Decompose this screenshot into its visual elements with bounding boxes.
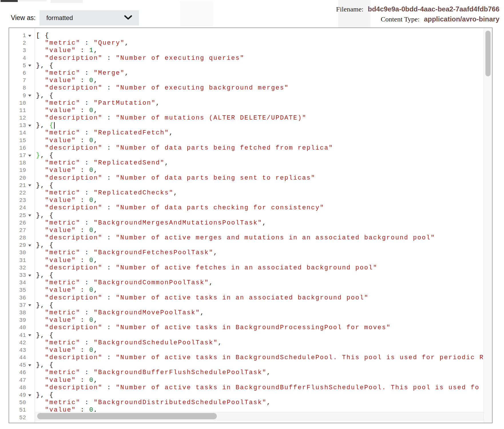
gutter-line: 40	[9, 324, 35, 331]
code-line[interactable]: "metric" : "ReplicatedChecks",	[36, 189, 484, 197]
fold-slot	[26, 249, 33, 257]
vertical-scrollbar[interactable]	[484, 28, 492, 423]
fold-toggle-icon[interactable]	[28, 65, 31, 67]
code-editor[interactable]: 1234567891011121314151617181920212223242…	[9, 27, 493, 423]
fold-toggle-icon[interactable]	[28, 334, 31, 336]
code-line[interactable]: "value" : 0,	[36, 317, 484, 324]
line-number: 53	[19, 422, 26, 423]
code-line[interactable]: }, {	[36, 62, 484, 69]
code-line[interactable]: "description" : "Number of data parts ch…	[36, 204, 484, 212]
code-line[interactable]: "value" : 1,	[36, 47, 484, 54]
code-line[interactable]: "description" : "Number of active merges…	[36, 234, 484, 242]
code-line[interactable]: }, {	[36, 362, 484, 369]
gutter-line: 6	[9, 69, 35, 77]
fold-slot	[26, 399, 33, 406]
code-line[interactable]: "metric" : "PartMutation",	[36, 100, 484, 107]
code-line[interactable]: "description" : "Number of mutations (AL…	[36, 114, 484, 122]
gutter-line: 21	[9, 182, 35, 189]
code-line[interactable]: "value" : 0,	[36, 77, 484, 84]
code-line[interactable]: }, {	[36, 332, 484, 339]
code-line[interactable]	[36, 422, 484, 423]
code-line[interactable]: "description" : "Number of active tasks …	[36, 354, 484, 362]
fold-slot	[26, 107, 33, 114]
code-line[interactable]: "description" : "Number of data parts be…	[36, 174, 484, 182]
code-line[interactable]: "metric" : "BackgroundSchedulePoolTask",	[36, 339, 484, 347]
code-line[interactable]: "value" : 0,	[36, 227, 484, 234]
code-line[interactable]: "metric" : "BackgroundCommonPoolTask",	[36, 279, 484, 287]
code-line[interactable]: "metric" : "Merge",	[36, 69, 484, 77]
code-line[interactable]: "value" : 0,	[36, 347, 484, 354]
fold-toggle-icon[interactable]	[28, 35, 31, 37]
line-number: 35	[19, 287, 26, 294]
gutter-line: 43	[9, 347, 35, 354]
code-line[interactable]: "value" : 0,	[36, 257, 484, 264]
gutter-line: 53	[9, 422, 35, 423]
code-lines[interactable]: [ { "metric" : "Query", "value" : 1, "de…	[35, 28, 484, 423]
code-line[interactable]: "description" : "Number of active tasks …	[36, 384, 484, 392]
gutter-line: 1	[9, 32, 35, 39]
code-line[interactable]: }, {	[36, 272, 484, 279]
gutter-line: 2	[9, 39, 35, 47]
code-line[interactable]: }, {	[36, 392, 484, 399]
line-number: 44	[19, 354, 26, 362]
code-line[interactable]: "metric" : "ReplicatedSend",	[36, 159, 484, 167]
line-number: 23	[19, 197, 26, 204]
code-line[interactable]: }, {	[36, 92, 484, 100]
fold-slot	[26, 69, 33, 77]
fold-toggle-icon[interactable]	[28, 155, 31, 157]
code-line[interactable]: "metric" : "BackgroundDistributedSchedul…	[36, 399, 484, 406]
fold-toggle-icon[interactable]	[28, 125, 31, 127]
vertical-scrollbar-thumb[interactable]	[485, 31, 491, 76]
code-line[interactable]: [ {	[36, 32, 484, 39]
code-line[interactable]: "description" : "Number of active fetche…	[36, 264, 484, 272]
view-as-select[interactable]: formatted	[39, 10, 139, 25]
code-line[interactable]: }, {	[36, 152, 484, 159]
fold-slot	[26, 167, 33, 174]
code-line[interactable]: "metric" : "BackgroundMovePoolTask",	[36, 309, 484, 317]
code-line[interactable]: }, {	[36, 242, 484, 249]
fold-slot	[26, 257, 33, 264]
code-line[interactable]: }, {	[36, 302, 484, 309]
fold-slot	[26, 317, 33, 324]
code-line[interactable]: "description" : "Number of executing bac…	[36, 84, 484, 92]
fold-slot	[26, 406, 33, 414]
line-number: 45	[19, 362, 26, 369]
code-line[interactable]: "value" : 0,	[36, 197, 484, 204]
code-line[interactable]: }, {	[36, 212, 484, 219]
code-line[interactable]: }, {	[36, 122, 484, 129]
fold-toggle-icon[interactable]	[28, 304, 31, 306]
horizontal-scrollbar-thumb[interactable]	[37, 413, 217, 419]
code-line[interactable]: "description" : "Number of executing que…	[36, 55, 484, 62]
gutter-line: 35	[9, 287, 35, 294]
fold-toggle-icon[interactable]	[28, 275, 31, 277]
fold-toggle-icon[interactable]	[28, 364, 31, 366]
code-line[interactable]: "metric" : "Query",	[36, 39, 484, 47]
line-number: 6	[23, 69, 26, 77]
fold-toggle-icon[interactable]	[28, 184, 31, 186]
fold-toggle-icon[interactable]	[28, 214, 31, 217]
code-line[interactable]: "value" : 0,	[36, 167, 484, 174]
fold-toggle-icon[interactable]	[28, 95, 31, 97]
code-line[interactable]: "description" : "Number of active tasks …	[36, 324, 484, 331]
horizontal-scrollbar[interactable]	[35, 412, 484, 420]
gutter-line: 12	[9, 114, 35, 122]
code-line[interactable]: "metric" : "ReplicatedFetch",	[36, 129, 484, 137]
code-line[interactable]: }, {	[36, 182, 484, 189]
code-line[interactable]: "value" : 0,	[36, 137, 484, 144]
code-line[interactable]: "metric" : "BackgroundBufferFlushSchedul…	[36, 369, 484, 376]
fold-slot	[26, 354, 33, 362]
line-number: 31	[19, 257, 26, 264]
fold-slot	[26, 129, 33, 137]
code-line[interactable]: "metric" : "BackgroundMergesAndMutations…	[36, 219, 484, 227]
code-line[interactable]: "metric" : "BackgroundFetchesPoolTask",	[36, 249, 484, 257]
gutter-line: 30	[9, 249, 35, 257]
code-line[interactable]: "description" : "Number of active tasks …	[36, 294, 484, 302]
code-line[interactable]: "value" : 0,	[36, 107, 484, 114]
line-number: 11	[19, 107, 26, 114]
code-line[interactable]: "value" : 0,	[36, 287, 484, 294]
gutter-line: 18	[9, 159, 35, 167]
fold-toggle-icon[interactable]	[28, 245, 31, 247]
code-line[interactable]: "value" : 0,	[36, 377, 484, 384]
code-line[interactable]: "description" : "Number of data parts be…	[36, 144, 484, 152]
fold-toggle-icon[interactable]	[28, 394, 31, 396]
